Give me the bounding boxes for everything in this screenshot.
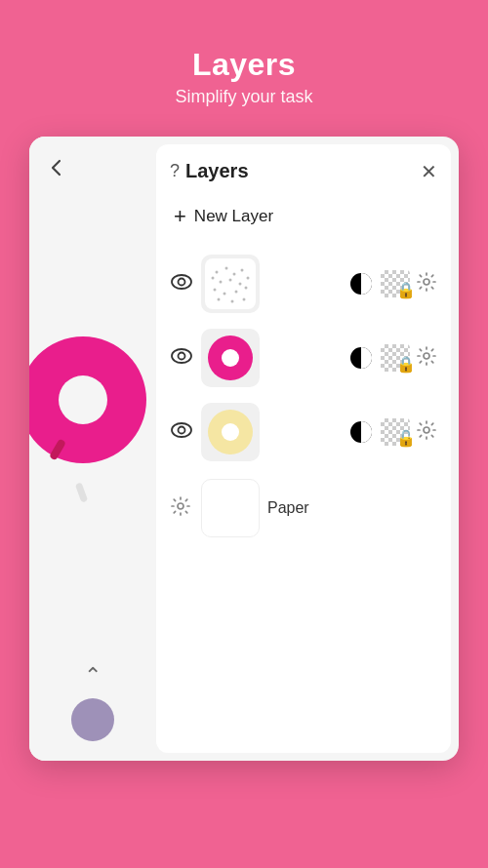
- svg-point-29: [178, 503, 183, 509]
- svg-point-17: [247, 277, 250, 280]
- help-icon[interactable]: ?: [170, 161, 180, 181]
- canvas-preview: [39, 288, 146, 600]
- lock-alpha-button[interactable]: 🔓: [381, 418, 410, 446]
- header-section: Layers Simplify your task: [155, 0, 332, 127]
- sprinkle-decoration-2: [75, 482, 88, 502]
- paper-settings-button[interactable]: [170, 495, 191, 522]
- panel-header: ? Layers ✕: [170, 160, 437, 182]
- visibility-toggle[interactable]: [170, 348, 193, 369]
- paper-label: Paper: [267, 499, 437, 517]
- app-container: ⌃ ? Layers ✕ + New Layer: [29, 137, 459, 761]
- lock-alpha-button[interactable]: 🔒: [381, 270, 410, 297]
- lock-icon-open: 🔓: [396, 429, 416, 448]
- svg-point-25: [172, 423, 191, 437]
- canvas-bottom-controls: ⌃: [71, 663, 114, 741]
- svg-point-22: [179, 352, 185, 359]
- layer-controls: 🔒: [267, 344, 437, 372]
- svg-point-15: [231, 300, 234, 303]
- visibility-toggle[interactable]: [170, 422, 193, 443]
- svg-point-9: [239, 283, 242, 286]
- donut-canvas-image: [29, 336, 146, 463]
- svg-point-7: [220, 281, 223, 284]
- svg-point-6: [241, 269, 244, 272]
- lock-icon: 🔒: [396, 281, 416, 299]
- layer-item: 🔓: [170, 397, 437, 467]
- canvas-area: ⌃: [29, 137, 156, 761]
- checker-background: 🔒: [381, 270, 410, 297]
- close-button[interactable]: ✕: [421, 162, 437, 181]
- svg-point-16: [243, 298, 246, 301]
- layer-thumbnail: [201, 403, 260, 461]
- layer-thumbnail: [201, 329, 260, 387]
- blend-mode-button[interactable]: [347, 344, 375, 372]
- svg-point-18: [212, 277, 215, 280]
- panel-title-row: ? Layers: [170, 160, 249, 182]
- layer-item: 🔒: [170, 249, 437, 319]
- panel-title: Layers: [185, 160, 249, 182]
- svg-point-5: [233, 273, 236, 276]
- svg-point-11: [224, 293, 226, 296]
- layer-controls: 🔓: [267, 418, 437, 446]
- svg-point-0: [172, 275, 191, 289]
- svg-point-21: [172, 349, 191, 363]
- svg-point-20: [424, 279, 429, 285]
- svg-point-3: [216, 271, 219, 274]
- svg-point-26: [179, 426, 185, 433]
- layer-controls: 🔒: [267, 270, 437, 297]
- layer-item: 🔒: [170, 323, 437, 393]
- back-button[interactable]: [39, 150, 74, 185]
- layer-settings-button[interactable]: [416, 271, 437, 297]
- svg-point-4: [225, 267, 228, 270]
- checker-background: 🔒: [381, 344, 410, 372]
- blend-mode-button[interactable]: [347, 418, 375, 446]
- svg-point-28: [424, 427, 429, 433]
- svg-point-13: [245, 287, 248, 290]
- checker-background: 🔓: [381, 418, 410, 446]
- layers-panel: ? Layers ✕ + New Layer: [156, 144, 451, 753]
- svg-point-24: [424, 353, 429, 359]
- svg-point-14: [218, 298, 221, 301]
- new-layer-label: New Layer: [194, 207, 273, 226]
- plus-icon: +: [174, 204, 186, 229]
- paper-layer: Paper: [170, 473, 437, 543]
- layer-thumbnail: [201, 255, 260, 313]
- svg-point-1: [179, 278, 185, 285]
- page-title: Layers: [175, 47, 312, 83]
- lock-alpha-button[interactable]: 🔒: [381, 344, 410, 372]
- donut-yellow-thumbnail: [208, 410, 253, 454]
- blend-mode-button[interactable]: [347, 270, 375, 297]
- page-subtitle: Simplify your task: [175, 87, 312, 107]
- color-picker-circle[interactable]: [71, 698, 114, 741]
- svg-point-10: [214, 289, 217, 292]
- svg-rect-2: [205, 258, 256, 309]
- svg-point-12: [235, 291, 238, 294]
- paper-thumbnail: [201, 479, 260, 537]
- layer-settings-button[interactable]: [416, 345, 437, 372]
- donut-pink-thumbnail: [208, 335, 253, 380]
- lock-icon: 🔒: [396, 355, 416, 374]
- up-chevron-button[interactable]: ⌃: [84, 663, 102, 689]
- new-layer-button[interactable]: + New Layer: [170, 194, 437, 239]
- svg-point-8: [229, 279, 232, 282]
- layer-settings-button[interactable]: [416, 419, 437, 446]
- visibility-toggle[interactable]: [170, 274, 193, 295]
